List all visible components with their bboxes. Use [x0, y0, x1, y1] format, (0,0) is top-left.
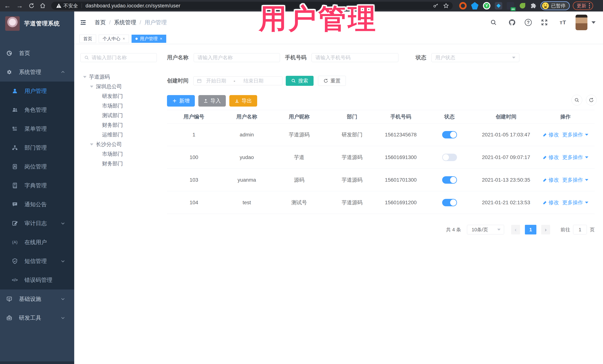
tree-node[interactable]: 测试部门 — [74, 111, 167, 120]
sidebar-item-infrastructure[interactable]: 基础设施 — [0, 289, 74, 309]
search-button[interactable]: 搜索 — [286, 76, 313, 86]
avatar-caret-down-icon[interactable] — [591, 21, 596, 24]
next-page-button[interactable]: › — [541, 225, 550, 234]
import-button[interactable]: 导入 — [198, 95, 226, 107]
sidebar-item-depts[interactable]: 部门管理 — [0, 138, 74, 157]
extension-ublock-icon[interactable] — [459, 2, 467, 10]
goto-page-input[interactable]: 1 — [573, 225, 587, 234]
tab-profile[interactable]: 个人中心 × — [99, 35, 129, 43]
pencil-icon — [543, 178, 547, 182]
status-toggle[interactable] — [442, 199, 457, 206]
user-avatar[interactable] — [576, 15, 587, 30]
sidebar-item-roles[interactable]: 角色管理 — [0, 100, 74, 119]
username-input[interactable]: 请输入用户名称 — [194, 53, 280, 62]
browser-update-button[interactable]: 更新 — [573, 1, 593, 10]
status-toggle[interactable] — [442, 154, 457, 161]
sidebar-item-notice[interactable]: 通知公告 — [0, 195, 74, 214]
add-button-label: 新增 — [179, 97, 190, 104]
sidebar-item-online-users[interactable]: (A) 在线用户 — [0, 233, 74, 252]
extension-drop-icon[interactable] — [471, 2, 478, 10]
sidebar-item-dict[interactable]: 字典管理 — [0, 176, 74, 195]
breadcrumb-group[interactable]: 系统管理 — [114, 19, 136, 26]
sidebar-item-error-codes[interactable]: </> 错误码管理 — [0, 271, 74, 289]
status-toggle[interactable] — [442, 176, 457, 184]
tree-node[interactable]: 长沙分公司 — [74, 140, 167, 149]
column-header: 手机号码 — [379, 113, 423, 120]
reset-button[interactable]: 重置 — [318, 76, 346, 86]
page-size-select[interactable]: 10条/页 — [467, 225, 504, 234]
dept-search-input[interactable]: 请输入部门名称 — [80, 53, 157, 62]
tree-expand-icon[interactable] — [90, 143, 93, 145]
tree-node[interactable]: 财务部门 — [74, 159, 167, 168]
tree-node[interactable]: 财务部门 — [74, 120, 167, 130]
browser-menu-kebab-icon[interactable] — [589, 3, 590, 8]
password-key-icon[interactable] — [433, 3, 439, 9]
sidebar-item-audit-log[interactable]: 审计日志 — [0, 214, 74, 233]
tree-expand-icon[interactable] — [83, 76, 86, 78]
tree-node[interactable]: 芋道源码 — [74, 72, 167, 82]
sidebar-item-home[interactable]: 首页 — [0, 44, 74, 63]
fullscreen-icon[interactable] — [538, 19, 550, 26]
browser-forward-icon[interactable]: → — [16, 2, 23, 9]
add-button[interactable]: 新增 — [167, 95, 195, 107]
github-icon[interactable] — [506, 19, 518, 26]
sidebar-item-system[interactable]: 系统管理 — [0, 63, 74, 82]
tree-node[interactable]: 运维部门 — [74, 130, 167, 140]
prev-page-button[interactable]: ‹ — [511, 225, 520, 234]
more-actions-link[interactable]: 更多操作 — [562, 199, 588, 206]
sidebar-item-posts[interactable]: 岗位管理 — [0, 157, 74, 176]
more-actions-link[interactable]: 更多操作 — [562, 131, 588, 138]
browser-reload-icon[interactable] — [29, 3, 35, 9]
sidebar-item-sms[interactable]: 短信管理 — [0, 252, 74, 271]
breadcrumb-home[interactable]: 首页 — [95, 19, 106, 26]
tree-node[interactable]: 市场部门 — [74, 101, 167, 111]
reset-button-label: 重置 — [330, 77, 340, 84]
close-icon[interactable]: × — [123, 36, 125, 41]
status-toggle[interactable] — [442, 131, 457, 138]
font-size-icon[interactable]: тT — [557, 19, 569, 26]
tree-expand-icon[interactable] — [90, 86, 93, 88]
more-actions-link[interactable]: 更多操作 — [562, 154, 588, 161]
tab-user-management[interactable]: 用户管理 × — [132, 35, 166, 43]
edit-link[interactable]: 修改 — [543, 131, 559, 138]
browser-profile-button[interactable]: 已暂停 — [541, 1, 570, 10]
search-icon[interactable] — [487, 19, 499, 26]
tree-node[interactable]: 深圳总公司 — [74, 82, 167, 91]
edit-link[interactable]: 修改 — [543, 176, 559, 184]
sidebar-item-menus[interactable]: 菜单管理 — [0, 119, 74, 138]
tree-node[interactable]: 市场部门 — [74, 149, 167, 159]
chevron-down-icon — [60, 297, 65, 301]
bookmark-star-icon[interactable] — [443, 3, 449, 9]
close-icon[interactable]: × — [160, 36, 162, 41]
extension-leaf-icon[interactable] — [520, 3, 525, 9]
edit-link[interactable]: 修改 — [543, 154, 559, 161]
current-page-button[interactable]: 1 — [525, 225, 536, 234]
date-range-picker[interactable]: 开始日期 - 结束日期 — [193, 76, 282, 85]
tree-node[interactable]: 研发部门 — [74, 91, 167, 101]
browser-home-icon[interactable] — [40, 3, 46, 9]
extensions-puzzle-icon[interactable] — [530, 2, 537, 10]
export-button[interactable]: 导出 — [229, 95, 257, 107]
tree-node-label: 芋道源码 — [89, 73, 110, 80]
cell-user-id: 1 — [167, 132, 221, 138]
status-select[interactable]: 用户状态 — [431, 53, 519, 62]
table-row: 1 admin 芋道源码 研发部门 15612345678 2021-01-05… — [167, 123, 595, 146]
more-actions-link[interactable]: 更多操作 — [562, 176, 588, 184]
browser-address-bar[interactable]: 不安全 dashboard.yudao.iocoder.cn /system/u… — [51, 2, 453, 10]
extension-grid-icon[interactable] — [495, 2, 502, 10]
refresh-table-button[interactable] — [586, 95, 597, 105]
shield-check-icon — [11, 258, 19, 264]
edit-link[interactable]: 修改 — [543, 199, 559, 206]
sidebar-item-users[interactable]: 用户管理 — [0, 82, 74, 100]
help-icon[interactable]: ? — [525, 19, 532, 26]
toggle-search-button[interactable] — [571, 95, 582, 105]
app-logo-row[interactable]: 芋道管理系统 — [0, 11, 74, 36]
mobile-input[interactable]: 请输入手机号码 — [312, 53, 398, 62]
browser-back-icon[interactable]: ← — [4, 2, 11, 9]
tab-home[interactable]: 首页 — [79, 35, 96, 43]
extension-green-icon[interactable]: Y — [483, 2, 490, 10]
profile-avatar-icon — [542, 2, 549, 9]
collapse-sidebar-icon[interactable] — [79, 19, 87, 26]
extension-switch-icon[interactable]: on — [507, 2, 514, 10]
sidebar-item-dev-tools[interactable]: 研发工具 — [0, 309, 74, 327]
